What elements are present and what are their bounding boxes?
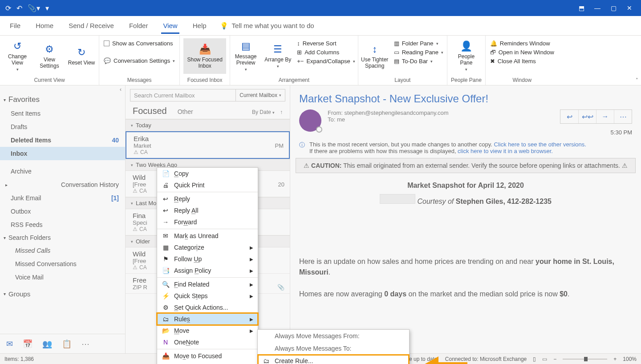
info-link-versions[interactable]: Click here to see the other versions.: [494, 141, 586, 148]
search-scope-dropdown[interactable]: Current Mailbox▾: [236, 89, 285, 101]
menu-quick-steps[interactable]: ⚡Quick Steps▶: [157, 290, 258, 302]
view-settings-button[interactable]: ⚙View Settings: [36, 38, 63, 74]
folder-pane-button[interactable]: ▥Folder Pane▾: [394, 40, 443, 47]
folder-rss-feeds[interactable]: RSS Feeds: [0, 218, 125, 231]
groups-header[interactable]: ▾Groups: [0, 287, 125, 300]
conversation-settings-button[interactable]: 💬Conversation Settings▾: [104, 57, 175, 64]
reset-view-button[interactable]: ↻Reset View: [68, 38, 95, 74]
folder-sent-items[interactable]: Sent Items: [0, 107, 125, 120]
tab-help[interactable]: Help: [191, 17, 208, 34]
menu-assign-policy[interactable]: 📑Assign Policy▶: [157, 265, 258, 276]
menu-copy[interactable]: 📄Copy: [157, 168, 258, 179]
menu-move-to-focused[interactable]: 📥Move to Focused: [157, 350, 258, 362]
date-header-today[interactable]: ▾Today: [126, 119, 290, 131]
open-new-window-button[interactable]: 🗗Open in New Window: [490, 49, 554, 56]
add-columns-button[interactable]: ⊞Add Columns: [297, 49, 355, 56]
zoom-slider[interactable]: [563, 359, 607, 360]
menu-find-related[interactable]: 🔍Find Related▶: [157, 279, 258, 290]
tasks-icon[interactable]: 📋: [62, 339, 72, 349]
ribbon-display-icon[interactable]: ⬒: [578, 4, 585, 12]
favorites-header[interactable]: ▾Favorites: [0, 93, 125, 107]
menu-move[interactable]: 📂Move▶: [157, 325, 258, 336]
folder-outbox[interactable]: Outbox: [0, 205, 125, 218]
change-view-button[interactable]: ↺Change View▾: [4, 38, 31, 74]
menu-categorize[interactable]: ▦Categorize▶: [157, 242, 258, 253]
maximize-icon[interactable]: ▢: [610, 4, 617, 12]
info-link-browser[interactable]: click here to view it in a web browser.: [458, 148, 553, 154]
view-reading-icon[interactable]: ▭: [542, 356, 547, 362]
expand-collapse-button[interactable]: +−Expand/Collapse▾: [297, 58, 355, 65]
reminders-window-button[interactable]: 🔔Reminders Window: [490, 40, 554, 47]
minimize-folder-pane-icon[interactable]: ‹: [120, 86, 122, 93]
mail-icon[interactable]: ✉: [6, 339, 13, 349]
search-folders-header[interactable]: ▾Search Folders: [0, 231, 125, 244]
menu-mark-unread[interactable]: ✉Mark as Unread: [157, 230, 258, 242]
submenu-always-move-from[interactable]: Always Move Messages From:: [258, 330, 409, 342]
tab-folder[interactable]: Folder: [127, 17, 150, 34]
close-icon[interactable]: ✕: [626, 4, 633, 12]
view-normal-icon[interactable]: ▯: [533, 356, 536, 362]
group-label: Layout: [394, 76, 410, 84]
people-pane-button[interactable]: 👤People Pane▾: [452, 38, 480, 74]
customize-qat-icon[interactable]: ▾: [45, 4, 49, 12]
folder-deleted-items[interactable]: Deleted Items40: [0, 133, 125, 147]
zoom-in-icon[interactable]: +: [613, 356, 617, 362]
tighter-spacing-button[interactable]: ↕Use Tighter Spacing: [361, 38, 389, 74]
menu-reply[interactable]: ↩Reply: [157, 193, 258, 205]
menu-follow-up[interactable]: ⚑Follow Up▶: [157, 253, 258, 265]
submenu-always-move-to[interactable]: Always Move Messages To:: [258, 342, 409, 355]
tab-file[interactable]: File: [8, 17, 22, 34]
tab-focused[interactable]: Focused: [133, 106, 167, 116]
reverse-sort-button[interactable]: ↕Reverse Sort: [297, 40, 355, 47]
menu-onenote[interactable]: NOneNote: [157, 336, 258, 348]
minimize-icon[interactable]: —: [594, 4, 601, 12]
calendar-icon[interactable]: 📅: [23, 339, 32, 349]
arrange-by-button[interactable]: ☰Arrange By▾: [264, 38, 292, 74]
folder-inbox[interactable]: Inbox: [0, 147, 125, 160]
tab-view[interactable]: View: [161, 17, 179, 34]
folder-voice-mail[interactable]: Voice Mail: [0, 271, 125, 284]
sort-by-date[interactable]: By Date ▾: [252, 109, 275, 115]
undo-icon[interactable]: ↶: [16, 4, 22, 12]
close-all-button[interactable]: ✖Close All Items: [490, 58, 554, 65]
submenu-create-rule[interactable]: 🗂Create Rule...: [258, 355, 409, 364]
gear-icon: ⚙: [45, 44, 54, 55]
more-actions-icon[interactable]: ⋯: [614, 110, 632, 123]
zoom-out-icon[interactable]: −: [553, 356, 556, 362]
menu-reply-all[interactable]: ↩Reply All: [157, 205, 258, 216]
search-input[interactable]: [130, 89, 236, 101]
folder-missed-calls[interactable]: Missed Calls: [0, 244, 125, 257]
sort-direction-icon[interactable]: ↑: [280, 109, 283, 115]
folder-junk-email[interactable]: Junk Email[1]: [0, 191, 125, 205]
folder-pane-icon: ▥: [394, 40, 399, 47]
message-preview-button[interactable]: ▤Message Preview▾: [232, 38, 260, 74]
message-item[interactable]: Erika MarketPM ⚠CA: [126, 131, 290, 159]
folder-missed-conversations[interactable]: Missed Conversations: [0, 257, 125, 271]
tab-send-receive[interactable]: Send / Receive: [67, 17, 116, 34]
forward-icon[interactable]: →: [596, 110, 614, 123]
todo-bar-button[interactable]: ▤To-Do Bar▾: [394, 58, 443, 65]
sync-icon[interactable]: ⟳: [5, 4, 11, 12]
more-icon[interactable]: ⋯: [81, 339, 89, 349]
menu-always-move-focused[interactable]: 📥Always Move to Focused: [157, 362, 258, 364]
change-view-icon: ↺: [13, 40, 21, 52]
folder-archive[interactable]: Archive: [0, 165, 125, 178]
menu-quick-print[interactable]: 🖨Quick Print: [157, 179, 258, 191]
reply-all-icon[interactable]: ↩↩: [578, 110, 596, 123]
show-conversations-checkbox[interactable]: Show as Conversations: [104, 40, 175, 47]
folder-conversation-history[interactable]: ▸Conversation History: [0, 178, 125, 191]
attach-dropdown-icon[interactable]: 📎▾: [28, 4, 40, 12]
tab-home[interactable]: Home: [34, 17, 55, 34]
reply-icon[interactable]: ↩: [560, 110, 578, 123]
tab-other[interactable]: Other: [178, 108, 193, 115]
menu-rules[interactable]: 🗂Rules▶: [157, 313, 258, 325]
menu-forward[interactable]: →Forward: [157, 216, 258, 228]
tell-me-search[interactable]: 💡 Tell me what you want to do: [220, 22, 314, 30]
preview-icon: ▤: [241, 40, 251, 52]
menu-set-quick-actions[interactable]: ⚙Set Quick Actions...: [157, 302, 258, 313]
show-focused-inbox-button[interactable]: 📥Show Focused Inbox: [183, 38, 226, 74]
collapse-ribbon-icon[interactable]: ˄: [636, 77, 638, 83]
reading-pane-button[interactable]: ▭Reading Pane▾: [394, 49, 443, 56]
folder-drafts[interactable]: Drafts: [0, 120, 125, 133]
people-icon[interactable]: 👥: [42, 339, 52, 349]
